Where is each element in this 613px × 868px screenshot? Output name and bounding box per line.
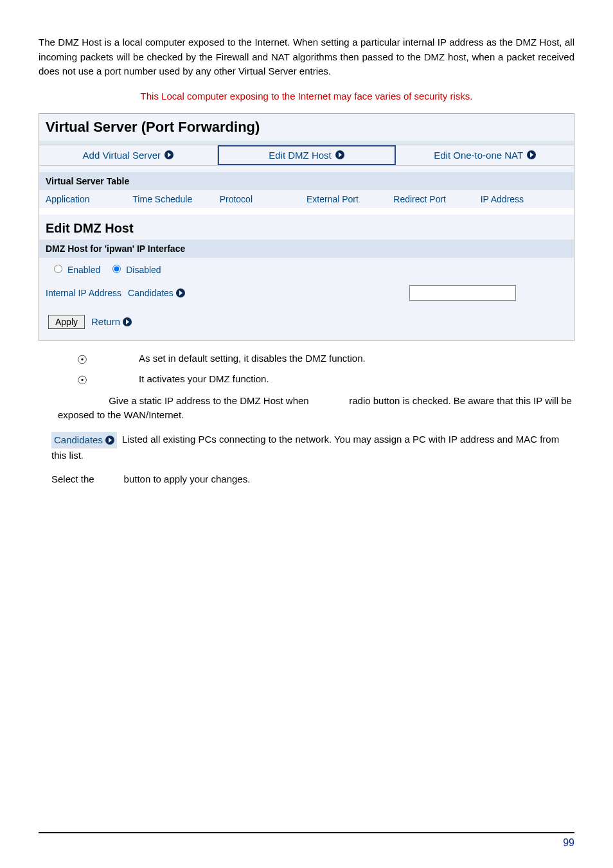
table-header-row: Application Time Schedule Protocol Exter… (39, 190, 574, 208)
radio-bullet-icon: ☉ (77, 373, 87, 387)
col-time-schedule: Time Schedule (132, 194, 219, 204)
arrow-right-icon (527, 150, 536, 159)
enable-disable-row: Enabled Disabled (39, 258, 574, 280)
apply-button[interactable]: Apply (48, 315, 85, 329)
arrow-right-icon (164, 150, 173, 159)
select-suffix: button to apply your changes. (124, 474, 251, 484)
bullet-enabled: ☉ It activates your DMZ function. (77, 373, 574, 387)
arrow-right-icon (105, 436, 114, 445)
edit-dmz-title: Edit DMZ Host (39, 215, 574, 240)
ip-note-prefix: Give a static IP address to the DMZ Host… (109, 395, 309, 406)
security-warning: This Local computer exposing to the Inte… (39, 91, 574, 102)
select-prefix: Select the (51, 474, 94, 484)
internal-ip-input[interactable] (409, 285, 516, 301)
enabled-text: Enabled (67, 265, 100, 275)
internal-ip-row: Internal IP Address Candidates (39, 280, 574, 306)
dmz-interface-label: DMZ Host for 'ipwan' IP Interface (39, 240, 574, 258)
candidates-link[interactable]: Candidates (128, 288, 185, 298)
disabled-radio-label[interactable]: Disabled (109, 263, 161, 275)
col-external-port: External Port (306, 194, 393, 204)
bullet-enabled-text: It activates your DMZ function. (139, 373, 269, 384)
virtual-server-table-heading: Virtual Server Table (39, 172, 574, 190)
tab-label: Edit DMZ Host (269, 150, 332, 161)
col-redirect-port: Redirect Port (393, 194, 480, 204)
select-note: Select the button to apply your changes. (51, 472, 574, 487)
disabled-text: Disabled (126, 265, 161, 275)
arrow-right-icon (123, 317, 132, 326)
bullet-disabled: ☉ As set in default setting, it disables… (77, 353, 574, 367)
return-label: Return (91, 316, 120, 327)
candidates-chip[interactable]: Candidates (51, 432, 117, 449)
return-link[interactable]: Return (91, 316, 132, 327)
apply-row: Apply Return (39, 306, 574, 341)
arrow-right-icon (335, 150, 344, 159)
candidates-note: Candidates Listed all existing PCs conne… (51, 432, 574, 463)
candidates-chip-label: Candidates (54, 433, 103, 448)
col-ip-address: IP Address (481, 194, 567, 204)
radio-bullet-icon: ☉ (77, 353, 87, 367)
panel-title: Virtual Server (Port Forwarding) (39, 114, 574, 145)
bullet-disabled-text: As set in default setting, it disables t… (139, 353, 366, 364)
tab-add-virtual-server[interactable]: Add Virtual Server (39, 145, 218, 165)
intro-paragraph: The DMZ Host is a local computer exposed… (39, 35, 574, 79)
candidates-label: Candidates (128, 288, 173, 298)
arrow-right-icon (176, 288, 185, 297)
tab-label: Add Virtual Server (83, 150, 161, 161)
virtual-server-panel: Virtual Server (Port Forwarding) Add Vir… (39, 113, 574, 341)
disabled-radio[interactable] (112, 265, 121, 273)
page-footer: 99 (39, 832, 574, 849)
internal-ip-label: Internal IP Address (46, 288, 121, 298)
col-protocol: Protocol (220, 194, 306, 204)
candidates-note-text: Listed all existing PCs connecting to th… (51, 434, 559, 461)
col-application: Application (46, 194, 132, 204)
tab-edit-one-to-one-nat[interactable]: Edit One-to-one NAT (396, 145, 574, 165)
enabled-radio-label[interactable]: Enabled (51, 263, 100, 275)
enabled-radio[interactable] (54, 265, 62, 273)
page-number: 99 (563, 837, 574, 848)
tab-label: Edit One-to-one NAT (434, 150, 523, 161)
tab-row: Add Virtual Server Edit DMZ Host Edit On… (39, 145, 574, 166)
ip-note: Give a static IP address to the DMZ Host… (58, 394, 574, 423)
tab-edit-dmz-host[interactable]: Edit DMZ Host (218, 145, 396, 165)
